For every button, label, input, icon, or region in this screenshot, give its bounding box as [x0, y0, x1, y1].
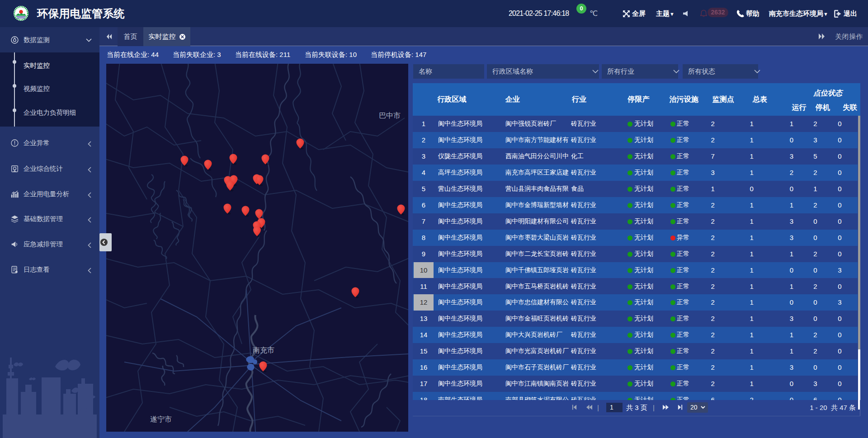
- svg-text:遂宁市: 遂宁市: [150, 415, 172, 423]
- svg-text:巴中市: 巴中市: [379, 112, 401, 119]
- svg-text:南充市: 南充市: [253, 346, 274, 354]
